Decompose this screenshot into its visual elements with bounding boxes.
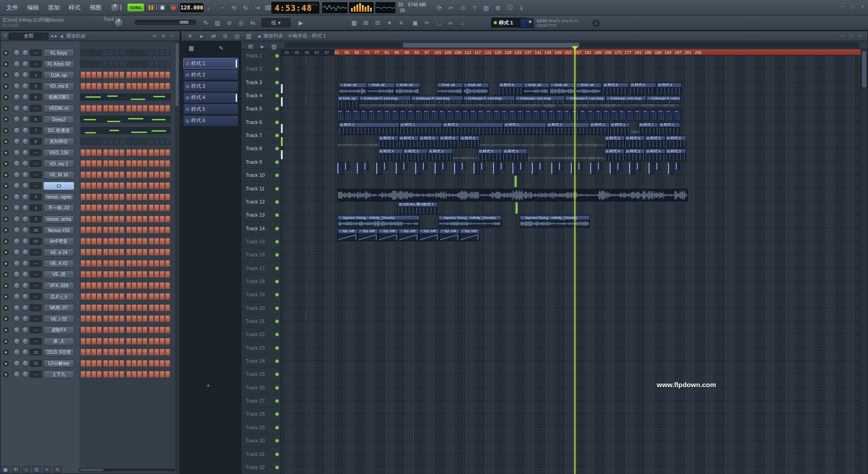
step-cell[interactable] (137, 182, 142, 189)
playlist-clip[interactable]: ▤样式 5 (398, 136, 419, 148)
channel-pan-knob[interactable] (14, 338, 20, 345)
rack-horizontal-scrollbar[interactable] (79, 469, 177, 471)
menu-视图[interactable]: 视图 (85, 0, 106, 15)
step-cell[interactable] (91, 61, 96, 67)
track-header[interactable]: Track 11 (242, 182, 281, 195)
step-cell[interactable] (149, 371, 154, 378)
channel-enable-led[interactable] (3, 194, 9, 200)
beat-clip[interactable]: ▸▸ (447, 109, 454, 121)
channel-display-box[interactable]: 26 (30, 227, 42, 233)
playlist-clip[interactable]: ▤样式 5 (604, 136, 625, 148)
channel-pan-knob[interactable] (14, 61, 20, 67)
channel-pan-knob[interactable] (14, 149, 20, 156)
channel-display-box[interactable]: --- (30, 327, 42, 333)
playlist-clip[interactable]: ▤样式 6 (602, 83, 629, 95)
step-cell[interactable] (142, 238, 147, 245)
beat-clip[interactable]: ▸▸ (603, 109, 611, 121)
hit-clip[interactable] (493, 162, 499, 174)
master-volume-knob[interactable] (114, 18, 124, 28)
channel-pan-knob[interactable] (14, 271, 20, 278)
step-cell[interactable] (160, 227, 165, 233)
step-cell[interactable] (149, 360, 154, 367)
channel-enable-led[interactable] (3, 228, 9, 233)
step-cell[interactable] (137, 204, 142, 211)
track-mute-led[interactable] (275, 200, 279, 204)
step-cell[interactable] (119, 171, 124, 178)
layout-b-icon[interactable]: ⊟ (372, 18, 383, 28)
play-pattern-icon[interactable]: ▶ (295, 18, 306, 28)
step-cell[interactable] (119, 315, 124, 322)
step-cell[interactable] (91, 227, 96, 233)
channel-button[interactable]: 上下九 (43, 370, 74, 379)
track-mute-led[interactable] (275, 174, 279, 177)
channel-button[interactable]: VD..ms 1 (43, 160, 74, 168)
step-cell[interactable] (137, 83, 142, 90)
channel-pan-knob[interactable] (14, 138, 20, 145)
step-cell[interactable] (109, 182, 114, 189)
channel-display-box[interactable]: 2 (30, 83, 42, 90)
step-cell[interactable] (165, 327, 170, 333)
channel-pan-knob[interactable] (14, 360, 20, 367)
step-cell[interactable] (97, 71, 102, 78)
playlist-clip[interactable]: ∿Endl..sit (437, 83, 463, 95)
step-cell[interactable] (91, 149, 96, 156)
track-mute-led[interactable] (275, 346, 279, 350)
track-mute-led[interactable] (275, 81, 279, 84)
channel-volume-knob[interactable] (22, 304, 29, 311)
playlist-clip[interactable]: ▤DJA..op (337, 96, 359, 108)
channel-enable-led[interactable] (3, 339, 9, 344)
hit-clip[interactable] (462, 162, 466, 170)
step-cell[interactable] (119, 49, 124, 56)
hit-clip[interactable] (345, 162, 349, 170)
playlist-clip[interactable]: ∿Endl..sit (395, 83, 420, 95)
channel-display-box[interactable]: --- (30, 182, 42, 189)
channel-button[interactable]: nexus..acha (43, 215, 74, 223)
step-cell[interactable] (103, 315, 108, 322)
master-pitch-slider[interactable] (135, 20, 196, 25)
hit-clip[interactable] (579, 162, 583, 170)
step-cell[interactable] (103, 160, 108, 167)
playlist-clip[interactable]: ∿Endl..sit (367, 83, 395, 95)
step-cell[interactable] (97, 293, 102, 300)
step-cell[interactable] (132, 360, 137, 367)
hit-clip[interactable] (396, 162, 402, 174)
channel-volume-knob[interactable] (22, 94, 29, 100)
step-cell[interactable] (160, 293, 165, 300)
track-header[interactable]: Track 1 (242, 49, 281, 62)
beat-clip[interactable]: ▸▸ (643, 109, 650, 121)
step-cell[interactable] (109, 49, 114, 56)
close-icon[interactable]: × (856, 31, 864, 41)
step-cell[interactable] (86, 304, 91, 311)
playhead-marker[interactable] (572, 46, 578, 50)
step-cell[interactable] (126, 260, 131, 267)
beat-clip[interactable]: ▸▸ (470, 109, 478, 121)
channel-button[interactable]: VEDM..rs (43, 104, 74, 113)
step-cell[interactable] (109, 83, 114, 90)
step-cell[interactable] (132, 327, 137, 333)
beat-clip[interactable]: ▸▸ (627, 109, 634, 121)
hit-clip[interactable] (656, 162, 660, 170)
channel-enable-led[interactable] (3, 183, 9, 189)
step-cell[interactable] (160, 194, 165, 200)
track-header[interactable]: Track 3 (242, 76, 281, 89)
step-cell[interactable] (109, 349, 114, 356)
step-cell[interactable] (97, 227, 102, 233)
maximize-icon[interactable]: □ (848, 4, 857, 14)
channel-button[interactable]: nexus..ngels (43, 193, 74, 201)
step-cell[interactable] (97, 249, 102, 256)
step-cell[interactable] (137, 360, 142, 367)
step-cell[interactable] (154, 371, 159, 378)
step-cell[interactable] (81, 61, 85, 67)
channel-enable-led[interactable] (3, 294, 9, 299)
step-cell[interactable] (91, 194, 96, 200)
beat-clip[interactable]: ▸▸ (432, 109, 439, 121)
tempo-display[interactable]: 128.000 (180, 3, 204, 12)
channel-button[interactable]: A=F弯音 (43, 237, 74, 246)
playlist-clip[interactable]: ↗Syl..toff (398, 229, 419, 241)
step-cell[interactable] (119, 349, 124, 356)
step-cell[interactable] (109, 61, 114, 67)
snap-selector[interactable]: 线▾ (261, 18, 290, 27)
step-cell[interactable] (160, 249, 165, 256)
channel-display-box[interactable]: --- (30, 171, 42, 178)
step-cell[interactable] (81, 304, 85, 311)
